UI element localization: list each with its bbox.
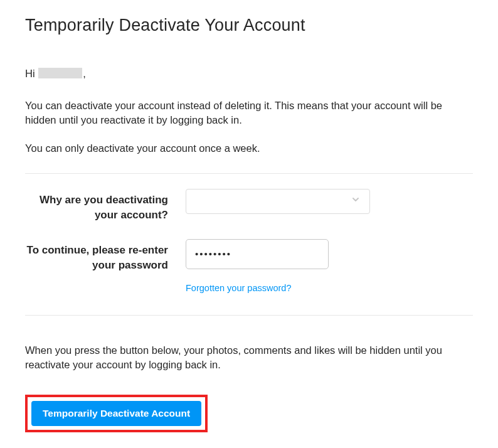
- intro-paragraph-1: You can deactivate your account instead …: [25, 99, 473, 127]
- redacted-username: [38, 68, 82, 78]
- highlight-frame: Temporarily Deactivate Account: [25, 395, 208, 432]
- password-input[interactable]: [186, 239, 329, 269]
- greeting-prefix: Hi: [25, 68, 38, 79]
- chevron-down-icon: [351, 195, 361, 208]
- greeting: Hi ,: [25, 67, 473, 81]
- divider-bottom: [25, 315, 473, 316]
- deactivate-button[interactable]: Temporarily Deactivate Account: [31, 401, 201, 426]
- intro-paragraph-2: You can only deactivate your account onc…: [25, 141, 473, 156]
- divider-top: [25, 173, 473, 174]
- page-title: Temporarily Deactivate Your Account: [25, 14, 473, 38]
- reason-label: Why are you deactivating your account?: [25, 189, 186, 223]
- forgot-password-link[interactable]: Forgotten your password?: [186, 282, 291, 294]
- reason-row: Why are you deactivating your account?: [25, 189, 473, 223]
- password-label: To continue, please re-enter your passwo…: [25, 239, 186, 273]
- greeting-suffix: ,: [83, 68, 86, 79]
- password-row: To continue, please re-enter your passwo…: [25, 239, 473, 295]
- outro-paragraph: When you press the button below, your ph…: [25, 343, 473, 372]
- reason-select[interactable]: [186, 189, 370, 214]
